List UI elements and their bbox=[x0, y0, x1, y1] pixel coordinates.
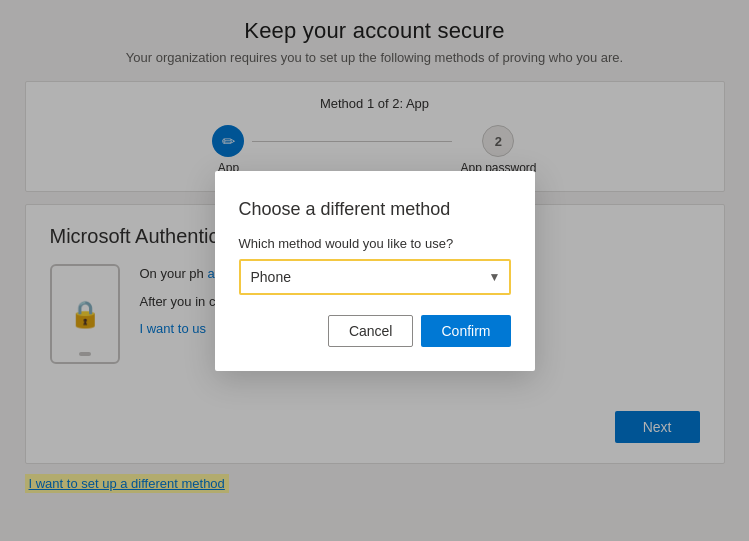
confirm-button[interactable]: Confirm bbox=[421, 315, 510, 347]
modal-dialog: Choose a different method Which method w… bbox=[215, 171, 535, 371]
method-select[interactable]: Phone Authenticator app Email bbox=[239, 259, 511, 295]
modal-buttons: Cancel Confirm bbox=[239, 315, 511, 347]
modal-overlay: Choose a different method Which method w… bbox=[0, 0, 749, 541]
modal-title: Choose a different method bbox=[239, 199, 511, 220]
modal-label: Which method would you like to use? bbox=[239, 236, 511, 251]
modal-select-wrapper: Phone Authenticator app Email ▼ bbox=[239, 259, 511, 295]
cancel-button[interactable]: Cancel bbox=[328, 315, 414, 347]
